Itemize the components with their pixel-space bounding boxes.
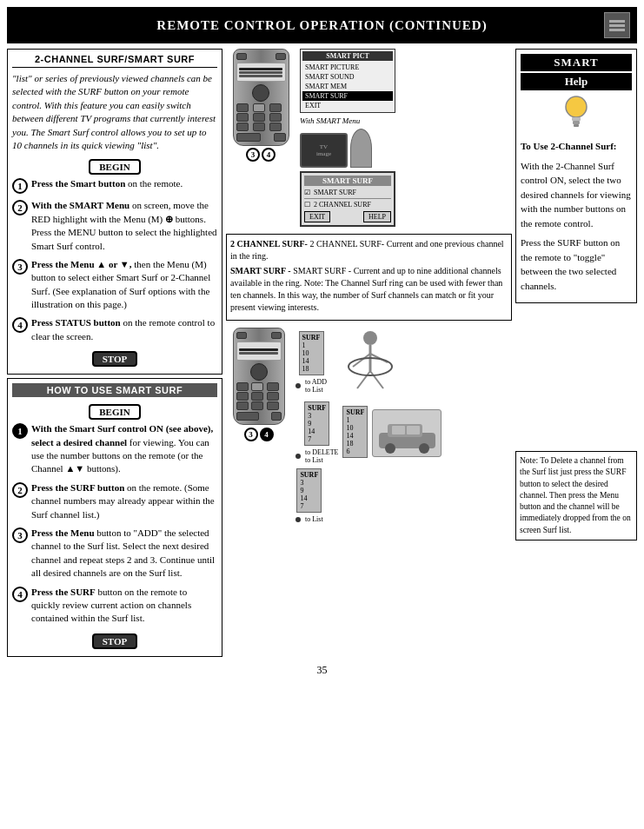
smart-menu-area: SMART PICT SMART PICTURE SMART SOUND SMA… [300, 49, 512, 227]
surf-list2-item3: 14 [308, 428, 326, 435]
remote-bot-screen [236, 342, 282, 361]
help-btn[interactable]: HELP [363, 211, 391, 222]
bulb-glass [566, 96, 587, 117]
remote-bot-bottom [236, 412, 282, 421]
to-list-dot-icon [295, 517, 301, 522]
step-3-bot: 3 Press the Menu button to "ADD" the sel… [12, 527, 217, 580]
smart-help-content: To Use 2-Channel Surf: With the 2-Channe… [521, 139, 632, 293]
left-column: 2-Channel Surf/Smart Surf "list" or seri… [7, 49, 222, 657]
remote-drawing-top [233, 49, 289, 146]
menu-row-sound: SMART SOUND [302, 72, 393, 82]
num-9 [269, 123, 282, 131]
remote-top-btns [236, 53, 286, 60]
surf-list1-item4: 18 [302, 365, 321, 373]
remote-screen-top [236, 63, 286, 82]
bot-num-3 [267, 382, 279, 391]
step-num-bot-3: 3 [12, 527, 28, 543]
surf-list-3: SURF 1 10 14 18 6 [342, 406, 368, 458]
smart-help-para1: With the 2-Channel Surf control ON, sele… [521, 159, 632, 231]
bot-num-4 [236, 392, 249, 401]
step-num-4: 4 [12, 317, 28, 333]
tv-content: TVimage [316, 143, 331, 157]
step-num-bot-2: 2 [12, 482, 28, 498]
remote-bot-btn-l [236, 332, 247, 339]
person-figure [350, 129, 372, 168]
remote-image-bottom: 3 4 [226, 328, 291, 523]
menu-row-picture: SMART PICTURE [302, 63, 393, 72]
surf-figure-row1: SURF 1 10 14 18 to ADDto List [295, 328, 512, 397]
surf-list4-item2: 9 [300, 487, 318, 494]
step-text-4: Press STATUS button on the remote contro… [31, 316, 217, 343]
note-box: Note: To Delete a channel from the Surf … [515, 451, 637, 541]
surf-list4-item1: 3 [300, 479, 318, 487]
middle-column: 3 4 SMART PICT SMART PICTURE SMART SOUND… [226, 49, 512, 657]
surf-screen-buttons: EXIT HELP [304, 211, 391, 222]
bulb-base-1 [572, 117, 581, 121]
info-text-box: 2 CHANNEL SURF- 2 CHANNEL SURF- Current … [226, 234, 512, 321]
exit-btn[interactable]: EXIT [304, 211, 330, 222]
channel-surf-info: 2 CHANNEL SURF- 2 CHANNEL SURF- Current … [230, 238, 508, 262]
tv-person-area: TVimage [300, 129, 512, 168]
remote-btn-right [276, 53, 286, 60]
num-5 [253, 113, 265, 122]
remote-bot-top-btns [236, 332, 282, 339]
stop-badge-bottom: STOP [12, 631, 217, 652]
dpad-bot [250, 363, 268, 381]
remote-drawing-bottom [233, 328, 285, 425]
bot-num-6 [267, 392, 279, 401]
surf-list3-item4: 18 [346, 440, 364, 448]
smart-menu-screen: SMART PICT SMART PICTURE SMART SOUND SMA… [300, 49, 395, 113]
menu-row-surf: SMART SURF [302, 91, 393, 101]
car-figure [372, 409, 442, 457]
page-title: Remote Control Operation (Continued) [40, 18, 604, 33]
head-circle [363, 331, 377, 345]
smart-help-heading1: To Use 2-Channel Surf: [521, 139, 632, 154]
remote-screen-line2 [239, 71, 282, 74]
surf-figures-area: SURF 1 10 14 18 to ADDto List [295, 328, 512, 523]
step-num-bot-4: 4 [12, 587, 28, 602]
hula-svg [331, 328, 409, 397]
surf-list-4-area: SURF 3 9 14 7 to List [295, 468, 323, 523]
remote-num-0 [274, 133, 286, 142]
delete-label-area: to DELETEto List [295, 448, 338, 464]
step-circle-4: 4 [262, 148, 276, 162]
smart-help-title: Smart [521, 54, 632, 71]
bot-num-1 [236, 382, 249, 391]
surf-list3-item1: 1 [346, 416, 364, 424]
page-header: Remote Control Operation (Continued) [7, 7, 637, 43]
bot-num-2 [251, 382, 263, 391]
num-4 [236, 113, 249, 122]
bulb-base-3 [574, 124, 579, 127]
remote-screen-line1 [239, 68, 282, 70]
step-num-1: 1 [12, 178, 28, 194]
remote-numpad-top [236, 103, 286, 131]
step-1-bot: 1 With the Smart Surf control ON (see ab… [12, 422, 217, 476]
bulb-icon [521, 95, 632, 135]
smart-surf-title: How To Use Smart Surf [12, 383, 217, 397]
surf-option-smart: SMART SURF [314, 189, 356, 196]
surf-list-2: SURF 3 9 14 7 [304, 401, 329, 446]
stop-badge-top: STOP [12, 348, 217, 369]
bottom-mid-area: 3 4 SURF 1 10 14 18 [226, 328, 512, 523]
step-num-2: 2 [12, 200, 28, 216]
num-8 [253, 123, 265, 131]
bot-step-circle-4: 4 [260, 428, 274, 441]
surf-list3-header: SURF [346, 408, 364, 416]
menu-row-exit: EXIT [302, 101, 393, 110]
remote-bot-dpad [236, 363, 282, 381]
surf-list1-header: SURF [302, 334, 321, 342]
note-text: Note: To Delete a channel from the Surf … [520, 456, 631, 534]
smart-menu-screen-title: SMART PICT [302, 51, 393, 61]
remote-image-top: 3 4 [226, 49, 295, 227]
lightbulb-svg [562, 95, 590, 129]
step-text-bot-4: Press the SURF button on the remote to q… [31, 586, 217, 626]
delete-list-label: to DELETEto List [305, 448, 338, 464]
surf-list1-item2: 10 [302, 349, 321, 357]
surf-selection-screen: SMART SURF ☑ SMART SURF ☐ 2 CHANNEL SURF… [300, 171, 395, 227]
bot-num-5 [251, 392, 263, 401]
step-text-bot-2: Press the SURF button on the remote. (So… [31, 481, 217, 521]
surf-list2-item4: 7 [308, 435, 326, 443]
check-icon-smart: ☑ [304, 189, 310, 196]
add-to-list-label: to ADDto List [305, 378, 327, 394]
begin-badge-bottom: BEGIN [12, 401, 217, 422]
